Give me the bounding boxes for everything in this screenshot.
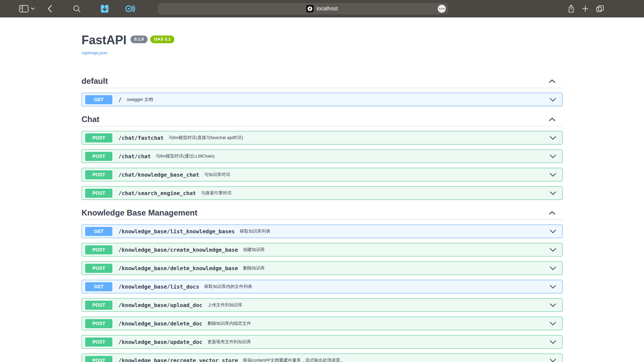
method-badge: POST bbox=[85, 152, 112, 161]
endpoint-row[interactable]: POST /knowledge_base/upload_doc 上传文件到知识库 bbox=[82, 298, 562, 312]
chevron-down-icon[interactable] bbox=[549, 358, 556, 362]
section-header[interactable]: Knowledge Base Management bbox=[82, 205, 562, 220]
sections-container: default GET / swagger 文档 Chat bbox=[82, 73, 562, 362]
method-badge: POST bbox=[85, 356, 112, 362]
endpoint-path: /knowledge_base/upload_doc bbox=[118, 302, 202, 308]
chevron-down-icon[interactable] bbox=[549, 191, 556, 195]
method-badge: POST bbox=[85, 133, 112, 142]
endpoint-path: / bbox=[118, 97, 122, 103]
method-badge: GET bbox=[85, 227, 112, 236]
browser-toolbar: localhost bbox=[0, 0, 644, 17]
endpoint-path: /knowledge_base/recreate_vector_store bbox=[118, 357, 238, 362]
section-header[interactable]: Chat bbox=[82, 111, 562, 126]
endpoint-list: GET /knowledge_base/list_knowledge_bases… bbox=[82, 225, 562, 362]
page-settings-ellipsis-icon[interactable] bbox=[438, 5, 446, 13]
endpoint-list: GET / swagger 文档 bbox=[82, 93, 562, 106]
section-title: Knowledge Base Management bbox=[82, 208, 197, 218]
method-badge: GET bbox=[85, 95, 112, 104]
chevron-down-icon[interactable] bbox=[549, 340, 556, 344]
address-bar[interactable] bbox=[158, 3, 448, 14]
endpoint-description: 根据content中文档重建向量库，流式输出处理进度。 bbox=[243, 357, 344, 362]
chevron-down-icon[interactable] bbox=[549, 98, 556, 102]
endpoint-row[interactable]: GET / swagger 文档 bbox=[82, 93, 562, 106]
chevron-down-icon[interactable] bbox=[549, 321, 556, 326]
chevron-down-icon[interactable] bbox=[549, 303, 556, 307]
method-badge: GET bbox=[85, 282, 112, 291]
version-badge: 0.1.0 bbox=[130, 36, 148, 43]
api-section: Knowledge Base Management GET /knowledge… bbox=[82, 205, 562, 362]
endpoint-row[interactable]: GET /knowledge_base/list_knowledge_bases… bbox=[82, 225, 562, 238]
endpoint-path: /knowledge_base/delete_doc bbox=[118, 320, 202, 327]
method-badge: POST bbox=[85, 189, 112, 198]
chevron-down-icon[interactable] bbox=[549, 136, 556, 140]
endpoint-description: 删除知识库内指定文件 bbox=[207, 320, 251, 326]
method-badge: POST bbox=[85, 338, 112, 347]
endpoint-path: /knowledge_base/list_knowledge_bases bbox=[118, 228, 235, 235]
endpoint-row[interactable]: POST /knowledge_base/create_knowledge_ba… bbox=[82, 243, 562, 256]
oas-badge: OAS 3.1 bbox=[150, 36, 174, 43]
endpoint-row[interactable]: POST /knowledge_base/delete_doc 删除知识库内指定… bbox=[82, 317, 562, 330]
endpoint-description: swagger 文档 bbox=[127, 97, 153, 103]
method-badge: POST bbox=[85, 301, 112, 310]
api-info: FastAPI 0.1.0 OAS 3.1 /openapi.json bbox=[82, 17, 562, 56]
endpoint-description: 上传文件到知识库 bbox=[207, 302, 242, 308]
endpoint-path: /knowledge_base/create_knowledge_base bbox=[118, 247, 238, 253]
endpoint-row[interactable]: POST /knowledge_base/delete_knowledge_ba… bbox=[82, 261, 562, 275]
new-tab-icon[interactable] bbox=[582, 3, 589, 14]
endpoint-description: 与llm模型对话(通过LLMChain) bbox=[156, 153, 215, 159]
method-badge: POST bbox=[85, 170, 112, 179]
tab-overview-icon[interactable] bbox=[596, 3, 604, 14]
content-blocker-extension-icon[interactable] bbox=[100, 3, 110, 14]
endpoint-description: 与llm模型对话(直接与fastchat api对话) bbox=[169, 135, 243, 141]
endpoint-row[interactable]: GET /knowledge_base/list_docs 获取知识库内的文件列… bbox=[82, 280, 562, 293]
endpoint-path: /knowledge_base/delete_knowledge_base bbox=[118, 265, 238, 272]
method-badge: POST bbox=[85, 264, 112, 273]
endpoint-row[interactable]: POST /knowledge_base/update_doc 更新现有文件到知… bbox=[82, 335, 562, 349]
chevron-up-icon[interactable] bbox=[548, 210, 556, 215]
sidebar-chevron-down-icon[interactable] bbox=[31, 3, 35, 14]
endpoint-list: POST /chat/fastchat 与llm模型对话(直接与fastchat… bbox=[82, 131, 562, 200]
method-badge: POST bbox=[85, 245, 112, 254]
endpoint-row[interactable]: POST /chat/chat 与llm模型对话(通过LLMChain) bbox=[82, 149, 562, 163]
endpoint-row[interactable]: POST /chat/fastchat 与llm模型对话(直接与fastchat… bbox=[82, 131, 562, 144]
endpoint-path: /chat/fastchat bbox=[118, 135, 164, 141]
method-badge: POST bbox=[85, 319, 112, 328]
section-title: Chat bbox=[82, 115, 99, 124]
endpoint-path: /chat/search_engine_chat bbox=[118, 190, 196, 196]
endpoint-path: /chat/chat bbox=[118, 153, 151, 160]
sidebar-toggle-icon[interactable] bbox=[19, 3, 29, 14]
swagger-page: FastAPI 0.1.0 OAS 3.1 /openapi.json defa… bbox=[0, 17, 644, 362]
endpoint-description: 删除知识库 bbox=[243, 265, 265, 271]
endpoint-row[interactable]: POST /knowledge_base/recreate_vector_sto… bbox=[82, 354, 562, 362]
page-title: FastAPI bbox=[82, 33, 126, 47]
endpoint-description: 与知识库对话 bbox=[204, 172, 230, 178]
endpoint-row[interactable]: POST /chat/knowledge_base_chat 与知识库对话 bbox=[82, 168, 562, 181]
endpoint-path: /knowledge_base/list_docs bbox=[118, 284, 199, 290]
back-icon[interactable] bbox=[48, 3, 52, 14]
chevron-down-icon[interactable] bbox=[549, 173, 556, 177]
endpoint-description: 获取知识库列表 bbox=[240, 228, 270, 234]
endpoint-description: 与搜索引擎对话 bbox=[201, 190, 231, 196]
chevron-down-icon[interactable] bbox=[549, 285, 556, 289]
search-icon[interactable] bbox=[73, 3, 81, 14]
section-title: default bbox=[82, 76, 108, 86]
endpoint-description: 获取知识库内的文件列表 bbox=[204, 284, 252, 290]
api-section: default GET / swagger 文档 bbox=[82, 73, 562, 106]
endpoint-row[interactable]: POST /chat/search_engine_chat 与搜索引擎对话 bbox=[82, 186, 562, 200]
section-header[interactable]: default bbox=[82, 73, 562, 88]
share-icon[interactable] bbox=[568, 3, 575, 14]
chevron-down-icon[interactable] bbox=[549, 248, 556, 252]
broadcast-extension-icon[interactable] bbox=[124, 3, 136, 14]
endpoint-path: /chat/knowledge_base_chat bbox=[118, 172, 199, 178]
endpoint-path: /knowledge_base/update_doc bbox=[118, 339, 202, 345]
chevron-down-icon[interactable] bbox=[549, 266, 556, 270]
chevron-up-icon[interactable] bbox=[548, 79, 556, 83]
chevron-up-icon[interactable] bbox=[548, 117, 556, 122]
chevron-down-icon[interactable] bbox=[549, 229, 556, 234]
openapi-spec-link[interactable]: /openapi.json bbox=[82, 50, 107, 55]
endpoint-description: 更新现有文件到知识库 bbox=[207, 339, 251, 345]
api-section: Chat POST /chat/fastchat 与llm模型对话(直接与fas… bbox=[82, 111, 562, 200]
endpoint-description: 创建知识库 bbox=[243, 247, 265, 253]
chevron-down-icon[interactable] bbox=[549, 154, 556, 159]
